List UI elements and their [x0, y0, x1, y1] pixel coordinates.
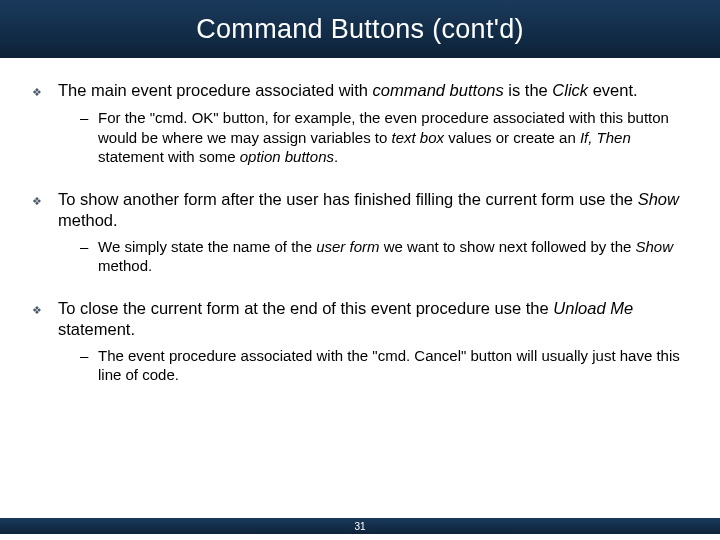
- sub-bullet-text: We simply state the name of the user for…: [98, 237, 692, 276]
- diamond-bullet-icon: ❖: [32, 80, 58, 102]
- bullet-item: ❖ The main event procedure associated wi…: [32, 80, 692, 102]
- bullet-text: To show another form after the user has …: [58, 189, 692, 231]
- slide-title: Command Buttons (cont'd): [196, 14, 524, 45]
- sub-bullet-text: For the "cmd. OK" button, for example, t…: [98, 108, 692, 167]
- dash-bullet-icon: –: [80, 108, 98, 167]
- diamond-bullet-icon: ❖: [32, 298, 58, 340]
- diamond-bullet-icon: ❖: [32, 189, 58, 231]
- bullet-text: To close the current form at the end of …: [58, 298, 692, 340]
- bullet-item: ❖ To close the current form at the end o…: [32, 298, 692, 340]
- bullet-text: The main event procedure associated with…: [58, 80, 692, 102]
- slide-content: ❖ The main event procedure associated wi…: [0, 58, 720, 385]
- sub-bullet-item: – For the "cmd. OK" button, for example,…: [80, 108, 692, 167]
- sub-bullet-text: The event procedure associated with the …: [98, 346, 692, 385]
- dash-bullet-icon: –: [80, 237, 98, 276]
- slide-footer: 31: [0, 518, 720, 534]
- dash-bullet-icon: –: [80, 346, 98, 385]
- sub-bullet-item: – The event procedure associated with th…: [80, 346, 692, 385]
- slide-header: Command Buttons (cont'd): [0, 0, 720, 58]
- page-number: 31: [354, 521, 365, 532]
- sub-bullet-item: – We simply state the name of the user f…: [80, 237, 692, 276]
- bullet-item: ❖ To show another form after the user ha…: [32, 189, 692, 231]
